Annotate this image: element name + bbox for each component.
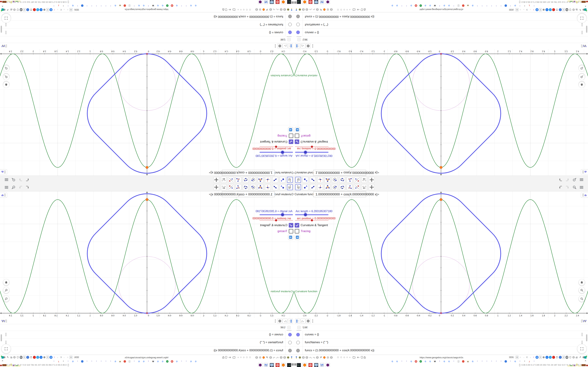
- stylebar-toggle-icon[interactable]: [581, 169, 588, 175]
- visibility-toggle-dot[interactable]: [288, 31, 292, 34]
- line-tool-button[interactable]: [310, 177, 316, 183]
- mon-app-icon[interactable]: [270, 0, 274, 4]
- icon-[interactable]: *: [90, 4, 93, 7]
- icon-g[interactable]: G: [72, 360, 74, 363]
- arc-length-slider-knob[interactable]: [281, 213, 284, 216]
- extension-icons[interactable]: A☆→C↓/A0+↓JUD: [516, 356, 585, 359]
- icon-[interactable]: /: [532, 8, 535, 11]
- arc-position-slider-knob[interactable]: [275, 219, 277, 221]
- back-arrow-icon[interactable]: [228, 8, 231, 11]
- back-arrow-icon[interactable]: [357, 356, 360, 359]
- arc-position-slider-knob[interactable]: [275, 146, 277, 148]
- icon-[interactable]: *: [500, 360, 502, 363]
- visibility-toggle-dot[interactable]: [296, 341, 300, 344]
- floppy-app-icon[interactable]: 64: [320, 0, 324, 4]
- icon-f[interactable]: f: [528, 360, 531, 363]
- move-view-tool-button[interactable]: [214, 177, 219, 183]
- bookmarks-bar-favicons[interactable]: GG**GЯ~GGW*GG*iG*******G**f*: [391, 4, 535, 7]
- arc-length-slider-label[interactable]: Arc length = 6.283185307180: [256, 154, 293, 157]
- pin-icon[interactable]: [295, 8, 298, 11]
- wrench-icon[interactable]: [266, 8, 269, 11]
- tracing-checkbox[interactable]: [289, 133, 293, 138]
- list-header-row[interactable]: − List: [294, 36, 588, 43]
- trash-icon[interactable]: [555, 356, 558, 359]
- olive-icon[interactable]: [298, 8, 301, 11]
- icon-f[interactable]: f: [528, 4, 531, 7]
- ellipse-tool-button[interactable]: [243, 184, 249, 190]
- arc-position-slider-label[interactable]: arc position = 0.000000000000: [297, 217, 336, 220]
- arc-length-slider-knob[interactable]: [304, 151, 307, 154]
- settings-gear-button[interactable]: [277, 43, 282, 48]
- icon-g[interactable]: G: [161, 4, 164, 7]
- icon-g[interactable]: G: [114, 360, 117, 363]
- icon-[interactable]: *: [109, 360, 112, 363]
- curvature-tangent-checkbox[interactable]: [295, 223, 299, 227]
- icon-[interactable]: *: [147, 360, 150, 363]
- polygon-tool-button[interactable]: [258, 177, 263, 183]
- perpendicular-tool-button[interactable]: [317, 177, 323, 183]
- pin-icon[interactable]: [290, 356, 293, 359]
- mtn-icon[interactable]: [467, 360, 469, 363]
- icon-[interactable]: ~: [166, 4, 169, 7]
- icon-[interactable]: /: [53, 356, 56, 359]
- globe-icon[interactable]: [280, 8, 283, 11]
- circle-icon[interactable]: [344, 9, 345, 10]
- globe-icon[interactable]: [305, 356, 308, 359]
- tracing-checkbox-label[interactable]: Tracing: [277, 229, 287, 233]
- dot-icon[interactable]: [26, 356, 29, 359]
- icon-[interactable]: *: [453, 4, 455, 7]
- home-button[interactable]: [579, 279, 585, 285]
- thumb-icon[interactable]: [10, 8, 13, 11]
- icon-a[interactable]: A: [69, 8, 72, 11]
- thumb-icon[interactable]: [575, 8, 578, 11]
- icon-a[interactable]: A: [69, 356, 72, 359]
- icon-a[interactable]: A: [516, 8, 519, 11]
- point-tool-button[interactable]: A: [303, 184, 308, 190]
- icon-[interactable]: ☆: [66, 8, 69, 11]
- algebra-row[interactable]: curves = {}: [0, 28, 294, 36]
- algebra-row[interactable]: funcs = {1.000000000000 + cos(4.00000000…: [294, 12, 588, 20]
- tangent-tool-button[interactable]: [228, 184, 234, 190]
- fox-icon[interactable]: [262, 8, 265, 11]
- hamburger-menu-icon[interactable]: [4, 177, 9, 182]
- mask-app-icon[interactable]: [258, 363, 262, 367]
- dot-icon[interactable]: [559, 356, 562, 359]
- move-view-tool-button[interactable]: [214, 184, 219, 190]
- play-pause-button[interactable]: [295, 234, 300, 240]
- icon-[interactable]: Я: [171, 4, 173, 7]
- icon-g[interactable]: G: [138, 4, 140, 7]
- algebra-row[interactable]: funcs = {1.000000000000 + cos(4.00000000…: [0, 12, 294, 20]
- icon-[interactable]: *: [86, 360, 88, 363]
- icon-[interactable]: /: [532, 356, 535, 359]
- polygon-tool-button[interactable]: [325, 184, 330, 190]
- scrollbar[interactable]: [1, 26, 2, 33]
- term-app-icon[interactable]: >_: [297, 0, 301, 4]
- circle-tool-button[interactable]: [332, 177, 338, 183]
- trash-icon[interactable]: [555, 8, 558, 11]
- icon-i[interactable]: i: [128, 4, 131, 7]
- icon-g[interactable]: G: [443, 360, 446, 363]
- zoom-out-button[interactable]: [579, 296, 585, 302]
- arc-length-slider-label[interactable]: Arc length = 6.283185307180: [295, 154, 332, 157]
- icon-[interactable]: *: [105, 4, 107, 7]
- hook-icon[interactable]: [309, 356, 312, 359]
- icon-[interactable]: *: [405, 4, 408, 7]
- term-app-icon[interactable]: >_: [287, 0, 291, 4]
- icon-[interactable]: ↓: [56, 356, 59, 359]
- icon-g[interactable]: G: [72, 4, 74, 7]
- icon-[interactable]: *: [500, 4, 502, 7]
- bookmarks-bar-favicons[interactable]: GG**GЯ~GGW*GG*iG*******G**f*: [391, 360, 535, 363]
- fullscreen-button[interactable]: [1, 344, 11, 353]
- arc-length-slider[interactable]: [259, 152, 293, 153]
- globe-icon[interactable]: [302, 8, 305, 11]
- circle-icon[interactable]: [240, 357, 242, 358]
- move-view-tool-button[interactable]: [369, 184, 374, 190]
- slider-tool-button[interactable]: a = 2: [221, 184, 227, 190]
- icon-[interactable]: →: [63, 8, 66, 11]
- zoom-level-badge[interactable]: 81%: [74, 356, 79, 359]
- dot-icon[interactable]: [81, 360, 84, 363]
- lock-icon[interactable]: [222, 356, 225, 359]
- scrollbar[interactable]: [586, 334, 587, 341]
- icon-g[interactable]: G: [142, 4, 145, 7]
- polygon-tool-button[interactable]: [258, 184, 263, 190]
